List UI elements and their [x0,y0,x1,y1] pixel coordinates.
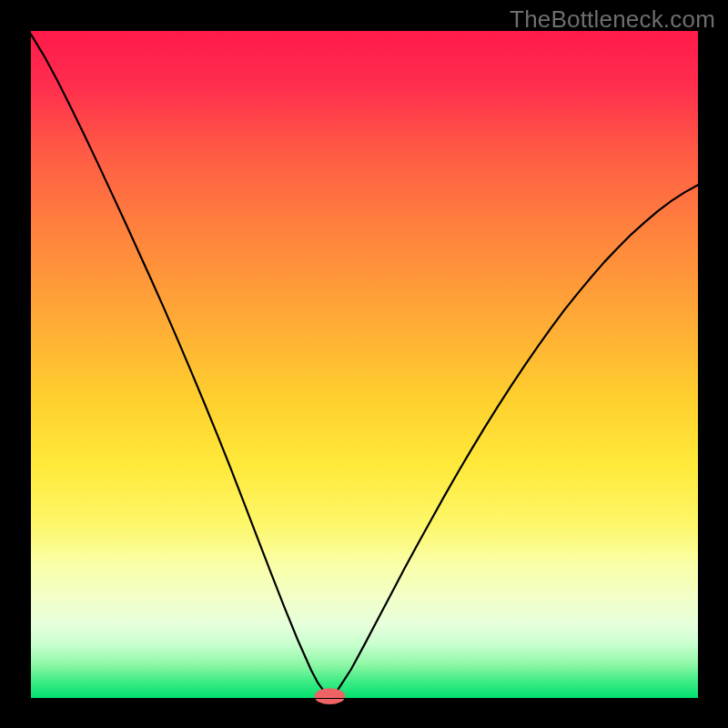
plot-background [31,31,698,698]
watermark-text: TheBottleneck.com [510,5,715,34]
chart-container: TheBottleneck.com [0,0,728,728]
optimal-marker [315,688,346,704]
bottleneck-curve-chart [0,0,728,728]
